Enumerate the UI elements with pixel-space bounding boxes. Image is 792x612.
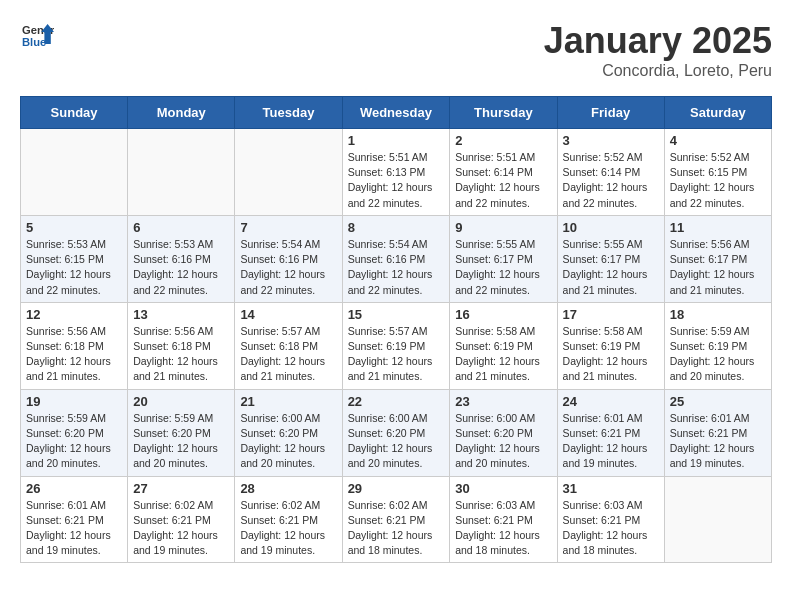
- calendar-table: SundayMondayTuesdayWednesdayThursdayFrid…: [20, 96, 772, 563]
- day-info: Sunrise: 5:58 AM Sunset: 6:19 PM Dayligh…: [563, 324, 659, 385]
- day-number: 12: [26, 307, 122, 322]
- page-header: General Blue January 2025 Concordia, Lor…: [20, 20, 772, 80]
- calendar-cell: 30Sunrise: 6:03 AM Sunset: 6:21 PM Dayli…: [450, 476, 557, 563]
- calendar-cell: 21Sunrise: 6:00 AM Sunset: 6:20 PM Dayli…: [235, 389, 342, 476]
- calendar-cell: 22Sunrise: 6:00 AM Sunset: 6:20 PM Dayli…: [342, 389, 450, 476]
- day-info: Sunrise: 5:52 AM Sunset: 6:14 PM Dayligh…: [563, 150, 659, 211]
- calendar-cell: 18Sunrise: 5:59 AM Sunset: 6:19 PM Dayli…: [664, 302, 771, 389]
- day-number: 23: [455, 394, 551, 409]
- calendar-cell: 7Sunrise: 5:54 AM Sunset: 6:16 PM Daylig…: [235, 215, 342, 302]
- calendar-cell: 6Sunrise: 5:53 AM Sunset: 6:16 PM Daylig…: [128, 215, 235, 302]
- day-number: 26: [26, 481, 122, 496]
- day-info: Sunrise: 6:00 AM Sunset: 6:20 PM Dayligh…: [240, 411, 336, 472]
- calendar-cell: [21, 129, 128, 216]
- day-info: Sunrise: 5:54 AM Sunset: 6:16 PM Dayligh…: [240, 237, 336, 298]
- day-info: Sunrise: 6:03 AM Sunset: 6:21 PM Dayligh…: [563, 498, 659, 559]
- calendar-week-3: 12Sunrise: 5:56 AM Sunset: 6:18 PM Dayli…: [21, 302, 772, 389]
- calendar-cell: 4Sunrise: 5:52 AM Sunset: 6:15 PM Daylig…: [664, 129, 771, 216]
- weekday-header-row: SundayMondayTuesdayWednesdayThursdayFrid…: [21, 97, 772, 129]
- calendar-cell: 16Sunrise: 5:58 AM Sunset: 6:19 PM Dayli…: [450, 302, 557, 389]
- day-info: Sunrise: 5:55 AM Sunset: 6:17 PM Dayligh…: [563, 237, 659, 298]
- day-info: Sunrise: 5:56 AM Sunset: 6:18 PM Dayligh…: [26, 324, 122, 385]
- day-number: 25: [670, 394, 766, 409]
- calendar-cell: 19Sunrise: 5:59 AM Sunset: 6:20 PM Dayli…: [21, 389, 128, 476]
- calendar-cell: 8Sunrise: 5:54 AM Sunset: 6:16 PM Daylig…: [342, 215, 450, 302]
- day-info: Sunrise: 6:02 AM Sunset: 6:21 PM Dayligh…: [348, 498, 445, 559]
- day-number: 3: [563, 133, 659, 148]
- month-title: January 2025: [544, 20, 772, 62]
- day-number: 29: [348, 481, 445, 496]
- calendar-cell: [128, 129, 235, 216]
- day-info: Sunrise: 6:00 AM Sunset: 6:20 PM Dayligh…: [455, 411, 551, 472]
- weekday-header-monday: Monday: [128, 97, 235, 129]
- day-number: 5: [26, 220, 122, 235]
- calendar-cell: 9Sunrise: 5:55 AM Sunset: 6:17 PM Daylig…: [450, 215, 557, 302]
- calendar-cell: 13Sunrise: 5:56 AM Sunset: 6:18 PM Dayli…: [128, 302, 235, 389]
- day-info: Sunrise: 5:53 AM Sunset: 6:16 PM Dayligh…: [133, 237, 229, 298]
- calendar-cell: 23Sunrise: 6:00 AM Sunset: 6:20 PM Dayli…: [450, 389, 557, 476]
- day-info: Sunrise: 6:00 AM Sunset: 6:20 PM Dayligh…: [348, 411, 445, 472]
- calendar-cell: 10Sunrise: 5:55 AM Sunset: 6:17 PM Dayli…: [557, 215, 664, 302]
- day-number: 11: [670, 220, 766, 235]
- day-number: 14: [240, 307, 336, 322]
- calendar-cell: 14Sunrise: 5:57 AM Sunset: 6:18 PM Dayli…: [235, 302, 342, 389]
- calendar-cell: 17Sunrise: 5:58 AM Sunset: 6:19 PM Dayli…: [557, 302, 664, 389]
- day-info: Sunrise: 5:52 AM Sunset: 6:15 PM Dayligh…: [670, 150, 766, 211]
- logo-icon: General Blue: [22, 20, 54, 52]
- calendar-cell: 24Sunrise: 6:01 AM Sunset: 6:21 PM Dayli…: [557, 389, 664, 476]
- day-info: Sunrise: 6:01 AM Sunset: 6:21 PM Dayligh…: [563, 411, 659, 472]
- day-number: 30: [455, 481, 551, 496]
- logo: General Blue: [20, 20, 54, 52]
- weekday-header-friday: Friday: [557, 97, 664, 129]
- title-section: January 2025 Concordia, Loreto, Peru: [544, 20, 772, 80]
- day-number: 10: [563, 220, 659, 235]
- calendar-cell: 3Sunrise: 5:52 AM Sunset: 6:14 PM Daylig…: [557, 129, 664, 216]
- day-number: 27: [133, 481, 229, 496]
- day-number: 15: [348, 307, 445, 322]
- day-number: 24: [563, 394, 659, 409]
- calendar-cell: 1Sunrise: 5:51 AM Sunset: 6:13 PM Daylig…: [342, 129, 450, 216]
- weekday-header-tuesday: Tuesday: [235, 97, 342, 129]
- day-info: Sunrise: 5:54 AM Sunset: 6:16 PM Dayligh…: [348, 237, 445, 298]
- calendar-cell: 25Sunrise: 6:01 AM Sunset: 6:21 PM Dayli…: [664, 389, 771, 476]
- day-info: Sunrise: 6:02 AM Sunset: 6:21 PM Dayligh…: [133, 498, 229, 559]
- day-number: 16: [455, 307, 551, 322]
- day-number: 20: [133, 394, 229, 409]
- day-info: Sunrise: 6:01 AM Sunset: 6:21 PM Dayligh…: [670, 411, 766, 472]
- day-number: 28: [240, 481, 336, 496]
- day-info: Sunrise: 5:51 AM Sunset: 6:14 PM Dayligh…: [455, 150, 551, 211]
- day-number: 2: [455, 133, 551, 148]
- calendar-cell: 15Sunrise: 5:57 AM Sunset: 6:19 PM Dayli…: [342, 302, 450, 389]
- day-info: Sunrise: 5:55 AM Sunset: 6:17 PM Dayligh…: [455, 237, 551, 298]
- day-info: Sunrise: 5:57 AM Sunset: 6:18 PM Dayligh…: [240, 324, 336, 385]
- day-number: 17: [563, 307, 659, 322]
- day-number: 1: [348, 133, 445, 148]
- day-number: 6: [133, 220, 229, 235]
- calendar-cell: 12Sunrise: 5:56 AM Sunset: 6:18 PM Dayli…: [21, 302, 128, 389]
- day-number: 13: [133, 307, 229, 322]
- weekday-header-sunday: Sunday: [21, 97, 128, 129]
- day-info: Sunrise: 5:51 AM Sunset: 6:13 PM Dayligh…: [348, 150, 445, 211]
- day-number: 21: [240, 394, 336, 409]
- day-number: 7: [240, 220, 336, 235]
- location-title: Concordia, Loreto, Peru: [544, 62, 772, 80]
- day-number: 31: [563, 481, 659, 496]
- day-info: Sunrise: 6:03 AM Sunset: 6:21 PM Dayligh…: [455, 498, 551, 559]
- day-info: Sunrise: 5:59 AM Sunset: 6:20 PM Dayligh…: [133, 411, 229, 472]
- calendar-week-1: 1Sunrise: 5:51 AM Sunset: 6:13 PM Daylig…: [21, 129, 772, 216]
- calendar-week-5: 26Sunrise: 6:01 AM Sunset: 6:21 PM Dayli…: [21, 476, 772, 563]
- day-number: 8: [348, 220, 445, 235]
- calendar-cell: 11Sunrise: 5:56 AM Sunset: 6:17 PM Dayli…: [664, 215, 771, 302]
- day-info: Sunrise: 5:59 AM Sunset: 6:20 PM Dayligh…: [26, 411, 122, 472]
- svg-text:Blue: Blue: [22, 36, 46, 48]
- calendar-cell: 2Sunrise: 5:51 AM Sunset: 6:14 PM Daylig…: [450, 129, 557, 216]
- day-number: 9: [455, 220, 551, 235]
- calendar-cell: 31Sunrise: 6:03 AM Sunset: 6:21 PM Dayli…: [557, 476, 664, 563]
- day-info: Sunrise: 5:57 AM Sunset: 6:19 PM Dayligh…: [348, 324, 445, 385]
- calendar-cell: 26Sunrise: 6:01 AM Sunset: 6:21 PM Dayli…: [21, 476, 128, 563]
- calendar-cell: 27Sunrise: 6:02 AM Sunset: 6:21 PM Dayli…: [128, 476, 235, 563]
- day-number: 22: [348, 394, 445, 409]
- day-number: 4: [670, 133, 766, 148]
- day-info: Sunrise: 6:01 AM Sunset: 6:21 PM Dayligh…: [26, 498, 122, 559]
- weekday-header-saturday: Saturday: [664, 97, 771, 129]
